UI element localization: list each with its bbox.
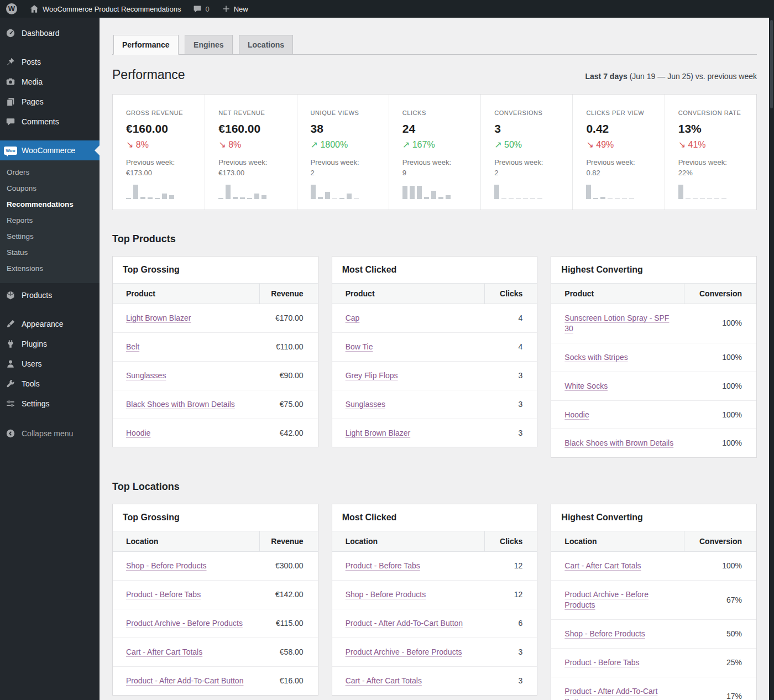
product-link[interactable]: Hoodie [126, 429, 150, 437]
row-value: €110.00 [260, 332, 318, 361]
product-link[interactable]: Black Shoes with Brown Details [564, 438, 673, 447]
table-row: Belt€110.00 [113, 332, 318, 361]
table-row: Sunglasses3 [332, 390, 537, 419]
location-link[interactable]: Product - After Add-To-Cart Button [346, 619, 463, 628]
row-value: €170.00 [260, 304, 318, 333]
sidebar-item-label: Tools [22, 379, 40, 388]
submenu-item-status[interactable]: Status [0, 244, 100, 260]
location-link[interactable]: Product - Before Tabs [126, 590, 201, 599]
product-link[interactable]: Cap [346, 314, 360, 322]
product-link[interactable]: Sunglasses [126, 371, 166, 380]
submenu-item-orders[interactable]: Orders [0, 164, 100, 180]
column-header-product: Product [113, 284, 260, 304]
sidebar-item-media[interactable]: Media [0, 72, 100, 92]
product-link[interactable]: Sunscreen Lotion Spray - SPF 30 [564, 314, 669, 333]
row-value: 100% [684, 552, 756, 581]
row-value: 3 [484, 666, 537, 694]
trend-value: 167% [412, 140, 435, 149]
submenu-item-recommendations[interactable]: Recommendations [0, 196, 100, 212]
product-link[interactable]: Grey Flip Flops [346, 371, 398, 380]
top-products-cards: Top Grossing Product Revenue Light Brown… [112, 256, 757, 458]
tab-performance[interactable]: Performance [113, 35, 179, 55]
location-link[interactable]: Product - Before Tabs [346, 561, 420, 570]
kpi-clicks: CLICKS 24 ↗ 167% Previous week:9 [389, 95, 480, 210]
site-name-link[interactable]: WooCommerce Product Recommendations [23, 0, 187, 18]
kpi-value: €160.00 [218, 122, 287, 135]
trend-down-icon: ↘ [218, 140, 226, 149]
column-header-conversion: Conversion [684, 531, 756, 552]
location-link[interactable]: Product Archive - Before Products [346, 647, 462, 656]
sidebar-item-settings[interactable]: Settings [0, 394, 100, 414]
table-row: Shop - Before Products12 [332, 581, 537, 609]
kpi-previous: Previous week:2 [311, 158, 380, 179]
kpi-sparkline [678, 185, 747, 199]
new-content-menu[interactable]: New [216, 0, 254, 18]
kpi-gross-revenue: GROSS REVENUE €160.00 ↘ 8% Previous week… [113, 95, 205, 210]
location-link[interactable]: Cart - After Cart Totals [346, 676, 422, 685]
location-link[interactable]: Product - After Add-To-Cart Button [564, 687, 657, 700]
location-link[interactable]: Shop - Before Products [564, 629, 645, 638]
tab-engines[interactable]: Engines [185, 35, 232, 55]
most-clicked-products-card: Most Clicked Product Clicks Cap4 Bow Tie… [332, 256, 538, 447]
location-link[interactable]: Product Archive - Before Products [564, 590, 649, 609]
product-link[interactable]: Black Shoes with Brown Details [126, 400, 235, 409]
scrollbar-thumb[interactable] [770, 20, 773, 108]
sidebar-item-posts[interactable]: Posts [0, 52, 100, 72]
sidebar-item-dashboard[interactable]: Dashboard [0, 23, 100, 43]
kpi-unique-views: UNIQUE VIEWS 38 ↗ 1800% Previous week:2 [297, 95, 389, 210]
sidebar-item-label: Pages [22, 97, 44, 106]
row-value: 4 [484, 304, 537, 333]
top-grossing-products-card: Top Grossing Product Revenue Light Brown… [112, 256, 318, 447]
wordpress-logo-icon: W [6, 3, 17, 14]
sidebar-item-tools[interactable]: Tools [0, 374, 100, 394]
product-link[interactable]: Hoodie [564, 410, 589, 419]
product-link[interactable]: Light Brown Blazer [346, 429, 411, 437]
column-header-conversion: Conversion [684, 284, 756, 304]
row-value: €115.00 [260, 609, 318, 638]
sidebar-item-comments[interactable]: Comments [0, 112, 100, 132]
location-link[interactable]: Cart - After Cart Totals [126, 647, 202, 656]
comments-indicator[interactable]: 0 [187, 0, 215, 18]
sidebar-item-woocommerce[interactable]: Woo WooCommerce [0, 140, 100, 160]
tab-locations[interactable]: Locations [239, 35, 293, 55]
sidebar-item-plugins[interactable]: Plugins [0, 334, 100, 354]
column-header-revenue: Revenue [260, 284, 318, 304]
product-link[interactable]: Socks with Stripes [564, 353, 627, 362]
sidebar-item-label: Dashboard [22, 29, 60, 38]
location-link[interactable]: Product - Before Tabs [564, 658, 639, 667]
woocommerce-submenu: Orders Coupons Recommendations Reports S… [0, 160, 100, 283]
date-range-label: Last 7 days [585, 72, 627, 81]
card-title: Highest Converting [551, 257, 756, 283]
location-link[interactable]: Shop - Before Products [346, 590, 426, 599]
kpi-value: 38 [311, 122, 380, 135]
product-link[interactable]: Sunglasses [346, 400, 385, 409]
date-range-detail: (Jun 19 — Jun 25) vs. previous week [627, 72, 757, 81]
kpi-value: 0.42 [586, 122, 655, 135]
product-link[interactable]: Belt [126, 342, 139, 351]
table-row: Product - After Add-To-Cart Button6 [332, 609, 537, 638]
location-link[interactable]: Product Archive - Before Products [126, 619, 243, 628]
sidebar-item-users[interactable]: Users [0, 354, 100, 374]
location-link[interactable]: Shop - Before Products [126, 561, 207, 570]
pushpin-icon [5, 56, 16, 67]
sidebar-separator [0, 305, 100, 314]
table-row: Hoodie€42.00 [113, 419, 318, 447]
row-value: 17% [684, 677, 756, 700]
location-link[interactable]: Cart - After Cart Totals [564, 561, 641, 570]
product-link[interactable]: Light Brown Blazer [126, 314, 191, 322]
submenu-item-coupons[interactable]: Coupons [0, 180, 100, 196]
submenu-item-extensions[interactable]: Extensions [0, 260, 100, 276]
table-row: Black Shoes with Brown Details100% [551, 429, 756, 457]
collapse-menu-button[interactable]: Collapse menu [0, 424, 100, 443]
product-link[interactable]: White Socks [564, 382, 608, 390]
wordpress-logo-menu[interactable]: W [0, 0, 23, 18]
paintbrush-icon [5, 318, 16, 330]
sidebar-item-pages[interactable]: Pages [0, 92, 100, 112]
submenu-item-settings[interactable]: Settings [0, 228, 100, 244]
submenu-item-reports[interactable]: Reports [0, 212, 100, 228]
page-scrollbar[interactable] [769, 18, 774, 700]
sidebar-item-appearance[interactable]: Appearance [0, 314, 100, 334]
sidebar-item-products[interactable]: Products [0, 285, 100, 305]
product-link[interactable]: Bow Tie [346, 342, 373, 351]
location-link[interactable]: Product - After Add-To-Cart Button [126, 676, 243, 685]
